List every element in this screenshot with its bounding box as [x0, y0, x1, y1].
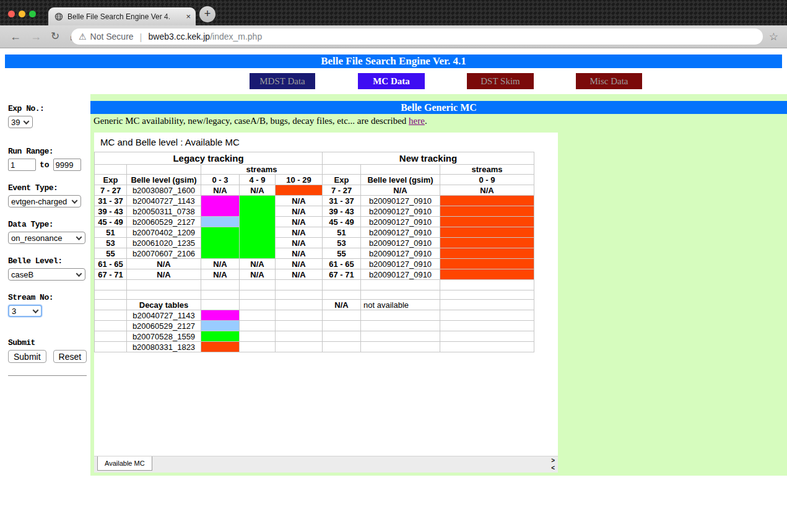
table-cell: N/A — [323, 300, 361, 310]
table-cell: b20090127_0910 — [361, 238, 440, 248]
table-cell-empty — [323, 342, 361, 352]
browser-tab[interactable]: Belle File Search Engine Ver 4. × — [48, 7, 196, 25]
new-tab-button[interactable]: + — [199, 6, 215, 22]
table-cell: b20050311_0738 — [127, 206, 201, 217]
table-cell: Legacy tracking — [95, 152, 323, 165]
table-cell: N/A — [276, 217, 323, 227]
scroll-left-arrow[interactable]: < — [551, 464, 555, 472]
to-label: to — [40, 160, 50, 170]
table-cell-empty — [240, 280, 276, 290]
table-cell: 39 - 43 — [95, 206, 127, 217]
table-cell: b20090127_0910 — [361, 206, 440, 217]
table-cell: b20061020_1235 — [127, 238, 201, 248]
table-cell: N/A — [276, 248, 323, 259]
nav-mdst-data[interactable]: MDST Data — [250, 73, 315, 89]
availability-swatch-cell — [276, 185, 323, 196]
globe-icon — [54, 12, 63, 21]
table-cell: b20040727_1143 — [127, 196, 201, 206]
table-cell: b20070528_1559 — [127, 331, 201, 342]
tab-scroll-arrows: > < — [551, 457, 555, 472]
table-cell-empty — [95, 300, 127, 310]
stream-no-select[interactable]: 3 — [8, 305, 42, 317]
minimize-window-button[interactable] — [19, 11, 25, 17]
stream-no-label: Stream No: — [8, 293, 90, 302]
table-cell-empty — [127, 280, 201, 290]
availability-swatch-cell — [440, 196, 534, 206]
availability-swatch-cell — [201, 227, 240, 259]
table-cell: 7 - 27 — [323, 185, 361, 196]
table-cell-empty — [276, 300, 323, 310]
availability-swatch-cell — [201, 310, 240, 321]
submit-button[interactable]: Submit — [8, 350, 46, 363]
table-cell-empty — [323, 310, 361, 321]
table-cell: b20090127_0910 — [361, 196, 440, 206]
zoom-window-button[interactable] — [29, 11, 36, 17]
reload-button[interactable]: ↻ — [51, 30, 59, 43]
availability-swatch-cell — [440, 206, 534, 217]
run-from-input[interactable] — [8, 159, 36, 171]
table-cell-empty — [323, 321, 361, 331]
table-cell-empty — [127, 290, 201, 300]
nav-mc-data[interactable]: MC Data — [358, 73, 425, 89]
table-cell: 67 - 71 — [95, 269, 127, 280]
table-cell: N/A — [240, 185, 276, 196]
bookmark-star-icon[interactable]: ☆ — [769, 30, 778, 43]
table-cell: 45 - 49 — [323, 217, 361, 227]
table-cell: Belle level (gsim) — [361, 175, 440, 185]
table-cell: N/A — [240, 269, 276, 280]
table-cell: b20070607_2106 — [127, 248, 201, 259]
table-cell-empty — [95, 342, 127, 352]
availability-swatch-cell — [440, 217, 534, 227]
tab-close-icon[interactable]: × — [186, 12, 191, 21]
table-cell-empty — [276, 342, 323, 352]
table-cell-empty — [276, 290, 323, 300]
table-cell: Belle level (gsim) — [127, 175, 201, 185]
table-cell: N/A — [440, 185, 534, 196]
browser-toolbar: ← → ↻ ⌂ ⚠ Not Secure | bweb3.cc.kek.jp /… — [0, 25, 787, 48]
table-cell: b20060529_2127 — [127, 321, 201, 331]
table-cell: 67 - 71 — [323, 269, 361, 280]
table-cell-empty — [201, 290, 240, 300]
event-type-select[interactable]: evtgen-charged — [8, 195, 81, 207]
url-separator: | — [140, 32, 142, 42]
search-form-sidebar: Exp No.: 39 Run Range: to Event Type: ev… — [0, 94, 90, 476]
table-cell-empty — [361, 280, 440, 290]
url-path: /index_m.php — [210, 32, 262, 41]
table-cell-empty — [240, 290, 276, 300]
sidebar-divider — [8, 375, 87, 376]
table-cell-empty — [323, 165, 361, 175]
forward-button[interactable]: → — [30, 30, 41, 43]
belle-level-select[interactable]: caseB — [8, 268, 85, 281]
here-link[interactable]: here — [409, 116, 425, 126]
table-cell: 39 - 43 — [323, 206, 361, 217]
back-button[interactable]: ← — [10, 30, 21, 43]
data-type-select[interactable]: on_resonance — [8, 232, 85, 244]
available-mc-tab[interactable]: Available MC — [97, 456, 152, 471]
table-cell: 53 — [95, 238, 127, 248]
exp-no-select[interactable]: 39 — [8, 116, 33, 128]
table-cell: 45 - 49 — [95, 217, 127, 227]
table-cell-empty — [95, 165, 127, 175]
table-cell-empty — [95, 310, 127, 321]
run-to-input[interactable] — [53, 159, 81, 171]
table-cell: N/A — [127, 269, 201, 280]
nav-dst-skim[interactable]: DST Skim — [467, 73, 534, 89]
tab-bar: Belle File Search Engine Ver 4. × + — [0, 0, 787, 25]
table-cell: 7 - 27 — [95, 185, 127, 196]
table-cell-empty — [276, 310, 323, 321]
table-cell: N/A — [276, 269, 323, 280]
availability-swatch-cell — [440, 227, 534, 238]
scroll-right-arrow[interactable]: > — [551, 457, 555, 464]
close-window-button[interactable] — [8, 11, 15, 17]
table-cell-empty — [240, 321, 276, 331]
table-cell-empty — [361, 290, 440, 300]
availability-swatch-cell — [201, 331, 240, 342]
address-bar[interactable]: ⚠ Not Secure | bweb3.cc.kek.jp /index_m.… — [71, 28, 763, 45]
nav-misc-data[interactable]: Misc Data — [576, 73, 642, 89]
reset-button[interactable]: Reset — [53, 350, 87, 363]
run-range-label: Run Range: — [8, 147, 90, 156]
not-secure-label: Not Secure — [90, 32, 134, 41]
table-cell: 55 — [95, 248, 127, 259]
table-cell: b20080331_1823 — [127, 342, 201, 352]
available-mc-panel: MC and Belle level : Available MC Legacy… — [94, 133, 558, 473]
